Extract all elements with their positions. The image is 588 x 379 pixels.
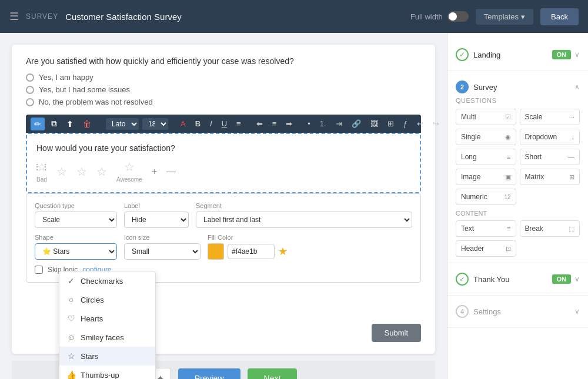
landing-chevron[interactable]: ∨ [574,51,580,59]
content-text-btn[interactable]: Text ≡ [456,220,516,237]
list-btn[interactable]: ≡ [233,118,244,130]
link-btn[interactable]: 🔗 [349,118,364,130]
icon-size-select[interactable]: Small [124,243,201,260]
copy-icon-btn[interactable]: ⧉ [48,117,60,130]
bold-btn[interactable]: B [192,118,203,130]
more-btn[interactable]: ⋯ [446,118,447,130]
numbered-btn[interactable]: 1. [317,118,329,130]
remove-star-btn[interactable]: — [166,166,176,177]
next-button[interactable]: Next [248,368,298,379]
dropdown-item-smiley[interactable]: ☺ Smiley faces [59,328,155,347]
label-select[interactable]: Hide [124,212,189,228]
skip-logic-checkbox[interactable] [35,266,43,274]
dropdown-item-thumbs[interactable]: 👍 Thumbs-up [59,365,155,379]
thankyou-on-badge: ON [552,274,572,284]
survey-step: 2 Survey [456,81,497,93]
font-size-select[interactable]: 18 [142,118,168,130]
undo-btn[interactable]: ↩ [414,118,426,130]
type-multi-btn[interactable]: Multi ☑ [456,109,516,125]
type-numeric-btn[interactable]: Numeric 12 [456,189,516,205]
italic-btn[interactable]: I [207,118,215,130]
survey-chevron[interactable]: ∧ [574,83,580,91]
segment-select[interactable]: Label first and last [196,212,412,228]
header-title: Customer Satisfaction Survey [65,12,182,22]
radio-circle-1 [26,73,34,82]
header: ☰ SURVEY Customer Satisfaction Survey Fu… [0,0,588,33]
segment-group: Segment Label first and last [196,202,412,228]
add-star-btn[interactable]: + [152,166,157,177]
preview-button[interactable]: Preview [178,368,240,379]
color-hex-input[interactable]: #f4ae1b [228,244,275,259]
single-icon: ◉ [505,133,511,141]
right-sidebar: ✓ Landing ON ∨ 2 Survey ∧ Questions [447,33,588,379]
submit-button[interactable]: Submit [372,324,421,342]
settings-step-number: 4 [456,305,469,318]
type-scale-btn[interactable]: Scale ··· [520,109,580,125]
dropdown-item-circles[interactable]: ○ Circles [59,290,155,309]
underline-btn[interactable]: U [219,118,230,130]
questions-section-title: Questions [456,97,580,104]
move-up-icon-btn[interactable]: ⬆ [64,118,76,130]
type-matrix-btn[interactable]: Matrix ⊞ [520,169,580,185]
dropdown-item-stars[interactable]: ☆ Stars [59,347,155,365]
back-button[interactable]: Back [540,8,579,25]
radio-circle-2 [26,86,34,94]
dropdown-item-checkmarks[interactable]: ✓ Checkmarks [59,271,155,290]
survey-label: Survey [473,83,497,92]
templates-button[interactable]: Templates ▾ [476,9,533,25]
redo-btn[interactable]: ↪ [430,118,442,130]
content-header-btn[interactable]: Header ⊡ [456,240,516,257]
thumbs-icon: 👍 [66,370,76,379]
indent-btn[interactable]: ⇥ [333,118,345,130]
shape-group: Shape ⭐ Stars [35,234,117,260]
question-type-label: Question type [35,202,117,209]
font-color-btn[interactable]: A [178,118,189,130]
fullwidth-toggle[interactable] [447,11,469,22]
type-image-btn[interactable]: Image ▣ [456,169,516,185]
header-icon: ⊡ [506,245,511,253]
align-left-btn[interactable]: ⬅ [253,118,266,130]
content-types-grid: Text ≡ Break ⬚ Header ⊡ [456,220,580,257]
shape-select[interactable]: ⭐ Stars [35,243,117,260]
circles-icon: ○ [66,295,76,304]
star-4: ☆ [96,165,107,179]
settings-step: 4 Settings [456,305,501,318]
edit-icon-btn[interactable]: ✏ [31,118,45,130]
image-btn[interactable]: 🖼 [368,118,381,130]
option-2[interactable]: Yes, but I had some issues [26,85,421,94]
thankyou-chevron[interactable]: ∨ [574,275,580,283]
stars-icon: ☆ [66,351,76,361]
color-swatch[interactable] [208,243,224,260]
type-single-btn[interactable]: Single ◉ [456,129,516,145]
menu-icon[interactable]: ☰ [9,10,19,23]
star-5: ☆ Awesome [116,160,142,183]
stars-row: ☆ Bad ☆ ☆ ☆ ☆ Awesome + — [36,160,410,183]
survey-step-number: 2 [456,81,469,93]
font-select[interactable]: Lato [106,118,139,130]
dropdown-item-hearts[interactable]: ♡ Hearts [59,309,155,328]
drag-handle[interactable]: ⋮⋮ [33,162,49,172]
type-long-btn[interactable]: Long ≡ [456,149,516,165]
formula-btn[interactable]: ƒ [400,118,410,130]
sidebar-section-landing: ✓ Landing ON ∨ [447,39,588,71]
option-1[interactable]: Yes, I am happy [26,73,421,82]
content-break-btn[interactable]: Break ⬚ [520,220,580,237]
align-right-btn[interactable]: ➡ [283,118,295,130]
settings-row: 4 Settings ∨ [456,301,580,321]
question-type-select[interactable]: Scale [35,212,117,228]
thankyou-row: ✓ Thank You ON ∨ [456,269,580,289]
settings-chevron[interactable]: ∨ [574,307,580,316]
align-center-btn[interactable]: ≡ [269,118,280,130]
star-2: ☆ [56,165,67,179]
question-types-grid: Multi ☑ Scale ··· Single ◉ Dropdown ↓ Lo… [456,109,580,205]
type-dropdown-btn[interactable]: Dropdown ↓ [520,129,580,145]
sidebar-section-survey: 2 Survey ∧ Questions Multi ☑ Scale ··· S… [447,71,588,263]
table-btn[interactable]: ⊞ [385,118,397,130]
break-icon: ⬚ [569,225,574,233]
bullet-btn[interactable]: • [305,118,313,130]
type-short-btn[interactable]: Short — [520,149,580,165]
delete-icon-btn[interactable]: 🗑 [80,118,94,130]
form-fields: Question type Scale Label Hide Segment [26,193,421,283]
label-group: Label Hide [124,202,189,228]
option-3[interactable]: No, the problem was not resolved [26,98,421,106]
